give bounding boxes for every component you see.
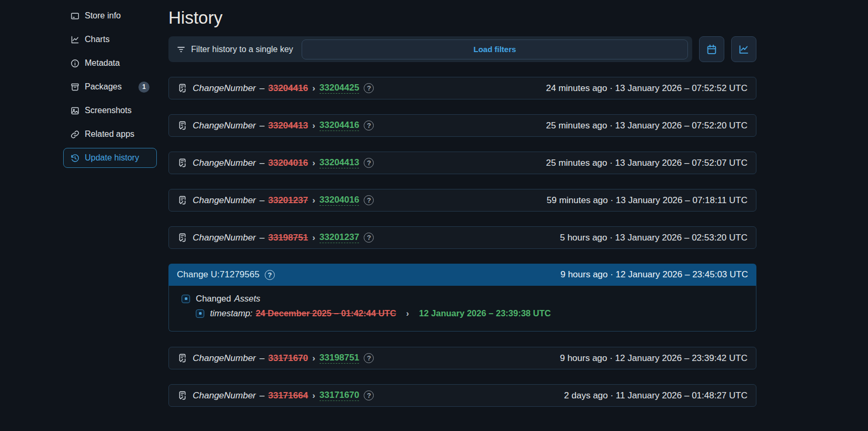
arrow-separator: ›: [312, 158, 315, 168]
old-value: 33198751: [268, 233, 308, 243]
change-key: ChangeNumber: [193, 353, 256, 364]
dash-separator: –: [260, 353, 264, 364]
sidebar-item-label: Screenshots: [85, 106, 132, 115]
new-value[interactable]: 33204016: [320, 195, 360, 206]
row-timestamp: 25 minutes ago · 13 January 2026 – 07:52…: [546, 121, 747, 131]
changed-label: Changed: [196, 294, 231, 304]
calendar-icon: [706, 44, 717, 55]
changed-field: Assets: [234, 294, 261, 304]
filter-toolbar: Filter history to a single key Load filt…: [168, 36, 756, 62]
sidebar-item-label: Packages: [85, 82, 122, 92]
journal-check-icon: [177, 390, 187, 400]
package-box-icon: [71, 83, 79, 92]
help-icon[interactable]: ?: [364, 195, 374, 205]
filter-funnel-icon: [176, 45, 186, 54]
journal-check-icon: [177, 195, 187, 205]
arrow-separator: ›: [312, 121, 315, 131]
chart-view-button[interactable]: [731, 36, 756, 62]
help-icon[interactable]: ?: [364, 353, 374, 363]
history-row[interactable]: ChangeNumber – 33204016 › 33204413 ? 25 …: [168, 152, 756, 174]
history-row[interactable]: ChangeNumber – 33198751 › 33201237 ? 5 h…: [168, 226, 756, 249]
dash-separator: –: [260, 121, 264, 131]
history-row[interactable]: ChangeNumber – 33204416 › 33204425 ? 24 …: [168, 77, 756, 99]
new-value[interactable]: 33198751: [320, 353, 360, 364]
sidebar-item-metadata[interactable]: Metadata: [63, 53, 157, 73]
page-title: History: [168, 7, 756, 28]
row-timestamp: 59 minutes ago · 13 January 2026 – 07:18…: [547, 195, 747, 206]
change-key: ChangeNumber: [193, 195, 256, 206]
old-value: 24 December 2025 – 01:42:44 UTC: [256, 308, 396, 318]
sidebar-item-store-info[interactable]: Store info: [63, 6, 157, 26]
dash-separator: –: [260, 83, 264, 94]
arrow-separator: ›: [312, 233, 315, 243]
new-value[interactable]: 33204425: [320, 83, 360, 94]
arrow-separator: ›: [406, 308, 410, 318]
sidebar-item-screenshots[interactable]: Screenshots: [63, 101, 157, 121]
help-icon[interactable]: ?: [364, 121, 374, 131]
sidebar-item-label: Store info: [85, 11, 121, 21]
history-row[interactable]: ChangeNumber – 33171664 › 33171670 ? 2 d…: [168, 384, 756, 407]
image-icon: [71, 106, 79, 115]
calendar-button[interactable]: [699, 36, 724, 62]
expanded-change-header[interactable]: Change U:71279565 ? 9 hours ago · 12 Jan…: [168, 264, 756, 286]
info-icon: [71, 59, 79, 68]
changed-section-line: Changed Assets: [182, 294, 747, 304]
history-row[interactable]: ChangeNumber – 33204413 › 33204416 ? 25 …: [168, 114, 756, 137]
new-value[interactable]: 33204413: [320, 157, 360, 168]
journal-check-icon: [177, 83, 187, 93]
change-key: ChangeNumber: [193, 83, 256, 94]
history-row[interactable]: ChangeNumber – 33201237 › 33204016 ? 59 …: [168, 189, 756, 212]
help-icon[interactable]: ?: [364, 390, 374, 400]
link-icon: [71, 130, 79, 139]
dash-separator: –: [260, 158, 264, 168]
diff-dot-icon: [182, 295, 190, 303]
filter-select-value: Load filters: [474, 45, 516, 54]
help-icon[interactable]: ?: [265, 270, 275, 280]
history-clock-icon: [71, 154, 79, 163]
sub-key: timestamp:: [210, 308, 253, 318]
old-value: 33171664: [268, 390, 308, 401]
sidebar-item-label: Related apps: [85, 129, 134, 139]
sidebar-item-label: Charts: [85, 35, 109, 44]
change-timestamp: 9 hours ago · 12 January 2026 – 23:45:03…: [561, 269, 748, 280]
chart-icon: [738, 44, 750, 55]
sidebar-item-label: Update history: [85, 153, 139, 163]
journal-check-icon: [177, 121, 187, 131]
new-value: 12 January 2026 – 23:39:38 UTC: [419, 308, 551, 318]
change-key: ChangeNumber: [193, 390, 256, 401]
journal-check-icon: [177, 158, 187, 168]
old-value: 33204416: [268, 83, 308, 94]
journal-check-icon: [177, 353, 187, 363]
main-content: History Filter history to a single key L…: [168, 0, 756, 422]
new-value[interactable]: 33201237: [320, 232, 360, 243]
change-key: ChangeNumber: [193, 158, 256, 168]
packages-count-badge: 1: [138, 82, 149, 93]
sidebar-item-related-apps[interactable]: Related apps: [63, 124, 157, 144]
old-value: 33204016: [268, 158, 308, 168]
old-value: 33204413: [268, 121, 308, 131]
help-icon[interactable]: ?: [364, 233, 374, 243]
filter-key-select[interactable]: Load filters: [302, 39, 688, 59]
row-timestamp: 24 minutes ago · 13 January 2026 – 07:52…: [546, 83, 747, 94]
history-row[interactable]: ChangeNumber – 33171670 › 33198751 ? 9 h…: [168, 347, 756, 369]
change-key: ChangeNumber: [193, 121, 256, 131]
sidebar-item-packages[interactable]: Packages 1: [63, 77, 157, 97]
row-timestamp: 25 minutes ago · 13 January 2026 – 07:52…: [546, 158, 747, 168]
sidebar-item-update-history[interactable]: Update history: [63, 148, 157, 168]
dash-separator: –: [260, 233, 264, 243]
arrow-separator: ›: [312, 195, 315, 206]
new-value[interactable]: 33171670: [320, 390, 360, 401]
dash-separator: –: [260, 390, 264, 401]
old-value: 33201237: [268, 195, 308, 206]
diff-dot-icon: [196, 309, 204, 318]
help-icon[interactable]: ?: [364, 158, 374, 168]
storefront-icon: [71, 12, 79, 21]
line-chart-icon: [71, 35, 79, 44]
new-value[interactable]: 33204416: [320, 120, 360, 131]
arrow-separator: ›: [312, 390, 315, 401]
expanded-change-body: Changed Assets timestamp: 24 December 20…: [168, 286, 756, 332]
filter-bar: Filter history to a single key Load filt…: [168, 36, 692, 62]
help-icon[interactable]: ?: [364, 83, 374, 93]
expanded-change: Change U:71279565 ? 9 hours ago · 12 Jan…: [168, 264, 756, 332]
sidebar-item-charts[interactable]: Charts: [63, 29, 157, 49]
